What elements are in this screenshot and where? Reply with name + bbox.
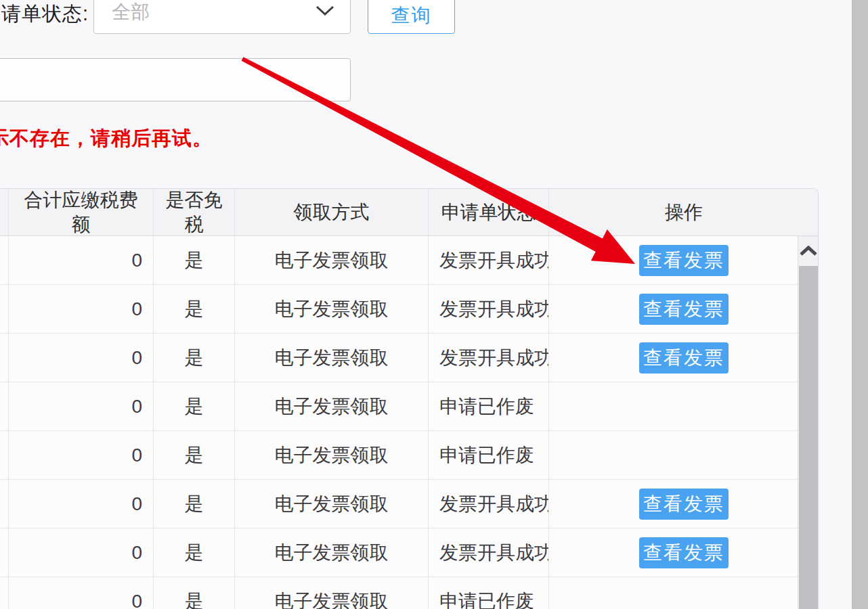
cell-tax: 0 (9, 528, 154, 577)
query-button[interactable]: 查询 (368, 0, 455, 34)
cell-action: 查看发票 (549, 334, 798, 382)
cell-tax: 0 (9, 334, 154, 382)
cell-exempt: 是 (154, 480, 235, 528)
cell-status: 发票开具成功 (429, 236, 549, 284)
cell-method: 电子发票领取 (235, 577, 429, 609)
cell-status: 发票开具成功 (429, 480, 549, 528)
view-invoice-button[interactable]: 查看发票 (639, 489, 729, 520)
cell-method: 电子发票领取 (235, 528, 429, 577)
header-cell-status: 申请单状态 (429, 189, 549, 235)
cell-status: 发票开具成功 (429, 285, 549, 333)
table-row: 0 是 电子发票领取 申请已作废 (0, 382, 818, 431)
cell-exempt: 是 (154, 431, 235, 479)
cell-exempt: 是 (154, 334, 235, 382)
invoice-table-panel: 合计应缴税费额 是否免税 领取方式 申请单状态 操作 0 是 电子发票领取 发票… (0, 188, 819, 609)
cell-tax: 0 (9, 285, 154, 333)
cell-action: 查看发票 (549, 285, 798, 333)
error-message: 示不存在，请稍后再试。 (0, 125, 213, 152)
header-cell-tax: 合计应缴税费额 (9, 189, 154, 235)
cell-status: 申请已作废 (429, 431, 549, 479)
cell-method: 电子发票领取 (235, 480, 429, 528)
cell-tax: 0 (9, 480, 154, 528)
chevron-up-icon (799, 246, 818, 256)
header-cell-method: 领取方式 (235, 189, 429, 235)
cell-action: 查看发票 (549, 236, 798, 284)
view-invoice-button[interactable]: 查看发票 (639, 537, 729, 568)
cell-method: 电子发票领取 (235, 285, 429, 333)
cell-action (549, 382, 798, 430)
table-row: 0 是 电子发票领取 发票开具成功 查看发票 (0, 334, 818, 382)
cell-exempt: 是 (154, 577, 235, 609)
chevron-down-icon (315, 5, 335, 17)
cell-action (549, 577, 798, 609)
cell-action: 查看发票 (549, 528, 798, 577)
keyword-input[interactable] (0, 58, 351, 102)
table-row: 0 是 电子发票领取 发票开具成功 查看发票 (0, 236, 818, 285)
cell-tax: 0 (9, 431, 154, 479)
scrollbar-thumb[interactable] (799, 266, 818, 609)
cell-method: 电子发票领取 (235, 431, 429, 479)
cell-action (549, 431, 798, 479)
cell-exempt: 是 (154, 528, 235, 577)
view-invoice-button[interactable]: 查看发票 (639, 245, 729, 276)
scrollbar-up-button[interactable] (798, 236, 818, 266)
cell-action: 查看发票 (549, 480, 798, 528)
table-scrollbar[interactable] (798, 236, 818, 609)
cell-method: 电子发票领取 (235, 236, 429, 284)
view-invoice-button[interactable]: 查看发票 (639, 342, 729, 374)
header-cell-exempt: 是否免税 (154, 189, 235, 235)
cell-status: 申请已作废 (429, 577, 549, 609)
view-invoice-button[interactable]: 查看发票 (639, 294, 729, 325)
table-row: 0 是 电子发票领取 申请已作废 (0, 431, 818, 480)
cell-status: 申请已作废 (429, 382, 549, 430)
table-row: 0 是 电子发票领取 申请已作废 (0, 577, 818, 609)
cell-tax: 0 (9, 382, 154, 430)
header-cell-hidden (0, 189, 9, 235)
status-select[interactable]: 全部 (93, 0, 351, 34)
table-row: 0 是 电子发票领取 发票开具成功 查看发票 (0, 528, 818, 577)
cell-tax: 0 (9, 577, 154, 609)
cell-tax: 0 (9, 236, 154, 284)
cell-method: 电子发票领取 (235, 382, 429, 430)
cell-status: 发票开具成功 (429, 528, 549, 577)
table-header-row: 合计应缴税费额 是否免税 领取方式 申请单状态 操作 (0, 189, 818, 236)
table-row: 0 是 电子发票领取 发票开具成功 查看发票 (0, 285, 818, 334)
cell-exempt: 是 (154, 382, 235, 430)
table-row: 0 是 电子发票领取 发票开具成功 查看发票 (0, 480, 818, 528)
cell-exempt: 是 (154, 236, 235, 284)
cell-status: 发票开具成功 (429, 334, 549, 382)
header-cell-action: 操作 (549, 189, 798, 235)
cell-exempt: 是 (154, 285, 235, 333)
window-scrollbar-gutter (852, 0, 868, 609)
cell-method: 电子发票领取 (235, 334, 429, 382)
status-filter-label: 请单状态: (1, 1, 89, 28)
